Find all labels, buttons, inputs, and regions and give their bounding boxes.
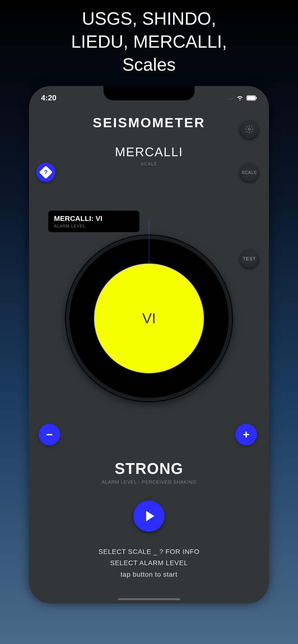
severity-sublabel: ALARM LEVEL - PERCEIVED SHAKING xyxy=(29,480,269,485)
dial[interactable]: VI xyxy=(65,234,233,402)
svg-point-3 xyxy=(248,128,250,130)
alarm-label-box: MERCALLI: VI ALARM LEVEL xyxy=(48,210,139,232)
dial-container: MERCALLI: VI ALARM LEVEL VI xyxy=(29,206,269,422)
dial-value: VI xyxy=(142,310,156,326)
scale-sublabel: SCALE xyxy=(29,162,269,166)
settings-button[interactable] xyxy=(239,120,259,140)
minus-icon: − xyxy=(46,429,53,440)
play-icon xyxy=(146,511,154,521)
gear-icon xyxy=(245,125,254,134)
wifi-icon xyxy=(236,95,244,101)
instruction-line-1: SELECT SCALE _ ? FOR INFO xyxy=(29,546,269,558)
plus-button[interactable]: + xyxy=(235,424,257,446)
phone-frame: 4:20 .... SEISMOMETER MERCALLI SCALE ? S… xyxy=(29,86,269,604)
svg-rect-2 xyxy=(256,97,257,99)
minus-button[interactable]: − xyxy=(39,424,60,446)
severity-section: STRONG ALARM LEVEL - PERCEIVED SHAKING xyxy=(29,460,269,485)
dial-center: VI xyxy=(94,263,204,374)
svg-rect-1 xyxy=(247,96,255,100)
alarm-label-sub: ALARM LEVEL xyxy=(54,224,134,228)
cellular-dots-icon: .... xyxy=(227,95,233,100)
plus-icon: + xyxy=(243,429,249,440)
alarm-label-title: MERCALLI: VI xyxy=(54,214,134,222)
scale-selector-button[interactable]: SCALE xyxy=(239,163,259,183)
instruction-line-2: SELECT ALARM LEVEL xyxy=(29,557,269,569)
promo-title: USGS, SHINDO, LIEDU, MERCALLI, Scales xyxy=(71,7,227,76)
scale-name: MERCALLI xyxy=(29,145,269,159)
instruction-line-3: tap button to start xyxy=(29,569,269,580)
scale-section: MERCALLI SCALE xyxy=(29,145,269,166)
home-indicator[interactable] xyxy=(118,598,180,600)
help-diamond-icon: ? xyxy=(39,165,53,179)
play-button[interactable] xyxy=(133,500,165,532)
help-button[interactable]: ? xyxy=(36,163,55,182)
status-time: 4:20 xyxy=(41,94,56,102)
test-button[interactable]: TEST xyxy=(239,249,259,269)
severity-label: STRONG xyxy=(29,460,269,478)
app-title: SEISMOMETER xyxy=(29,115,269,130)
instructions: SELECT SCALE _ ? FOR INFO SELECT ALARM L… xyxy=(29,546,269,580)
battery-icon xyxy=(246,95,257,100)
dial-connector-line xyxy=(149,220,149,263)
notch xyxy=(103,86,195,100)
